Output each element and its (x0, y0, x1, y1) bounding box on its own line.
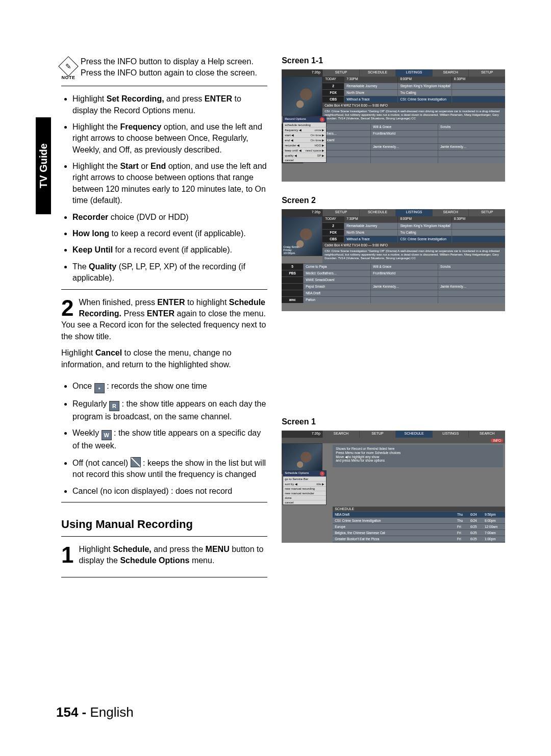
tab[interactable]: SETUP (468, 209, 505, 216)
guide-cell[interactable]: Will & Grace (370, 264, 438, 270)
guide-row[interactable]: PBSMedici: Godfathers…Frontline/World (282, 270, 505, 276)
info-icon[interactable]: i (320, 471, 324, 476)
guide-cell[interactable] (452, 90, 505, 96)
guide-cell[interactable]: NBA Draft (303, 290, 370, 296)
info-icon[interactable]: i (320, 117, 324, 122)
guide-cell[interactable]: Come to Papa (303, 264, 370, 270)
guide-row[interactable]: FOXNorth ShoreTru Calling (322, 229, 505, 236)
panel-item[interactable]: new manual reminder (283, 491, 326, 495)
guide-cell[interactable]: Will & Grace (370, 124, 438, 130)
schedule-row[interactable]: Greater Boston't Eat the PizzaFri6/251:0… (333, 536, 505, 542)
guide-cell[interactable] (438, 131, 505, 137)
guide-cell[interactable]: Stephen King's 'Kingdom Hospital' (397, 83, 451, 89)
guide-cell[interactable]: North Shore (344, 90, 397, 96)
guide-row[interactable]: CBSWithout a TraceCSI: Crime Scene Inves… (322, 96, 505, 103)
tab[interactable]: LISTINGS (432, 431, 469, 438)
panel-item[interactable]: go to Service Bar (283, 476, 326, 481)
guide-cell[interactable]: Tru Calling (397, 230, 451, 236)
tab[interactable]: SCHEDULE (359, 209, 396, 216)
guide-cell[interactable] (370, 150, 438, 157)
guide-cell[interactable]: Without a Trace (344, 96, 397, 103)
schedule-row[interactable]: EuropeFri6/2512:00am (333, 523, 505, 530)
guide-cell[interactable]: Jamie Kennedy… (438, 144, 505, 150)
guide-row[interactable]: CBSWithout a TraceCSI: Crime Scene Inves… (322, 236, 505, 242)
guide-cell[interactable]: North Shore (344, 230, 397, 236)
tab[interactable]: SEARCH (322, 431, 359, 438)
guide-cell[interactable] (452, 236, 505, 242)
guide-cell[interactable] (452, 223, 505, 229)
tab[interactable]: SETUP (359, 431, 396, 438)
panel-item[interactable]: cancel (283, 158, 326, 162)
guide-cell[interactable] (370, 297, 438, 303)
guide-cell[interactable] (370, 137, 438, 143)
panel-item[interactable]: done (283, 495, 326, 500)
panel-item[interactable]: frequency ◀once ▶ (283, 127, 326, 132)
schedule-row[interactable]: CSI: Crime Scene InvestigationThu6/248:0… (333, 517, 505, 523)
guide-cell[interactable] (452, 230, 505, 236)
guide-row[interactable]: WWE SmackDown! (282, 276, 505, 283)
guide-cell[interactable]: Jamie Kennedy… (370, 144, 438, 150)
guide-cell[interactable]: Patton (303, 297, 370, 303)
guide-cell[interactable] (438, 150, 505, 157)
guide-cell[interactable] (438, 157, 505, 163)
panel-item[interactable]: keep until ◀need space ▶ (283, 147, 326, 153)
guide-row[interactable]: 2Remarkable JourneyStephen King's 'Kingd… (322, 222, 505, 229)
guide-cell[interactable] (370, 290, 438, 296)
guide-cell[interactable] (438, 270, 505, 276)
guide-cell[interactable]: Frontline/World (370, 131, 438, 137)
tab-active[interactable]: LISTINGS (395, 209, 432, 216)
panel-item[interactable]: new manual recording (283, 486, 326, 491)
guide-row[interactable]: FOXNorth ShoreTru Calling (322, 89, 505, 96)
guide-cell[interactable]: Jamie Kennedy… (438, 284, 505, 290)
info-badge[interactable]: INFO (491, 439, 503, 442)
guide-cell[interactable]: WWE SmackDown! (303, 277, 370, 283)
guide-row[interactable]: Pepsi SmashJamie Kennedy…Jamie Kennedy… (282, 283, 505, 290)
guide-cell[interactable] (438, 137, 505, 143)
panel-item[interactable]: start ◀On time ▶ (283, 132, 326, 137)
tab-active[interactable]: SCHEDULE (395, 431, 432, 438)
guide-cell[interactable]: Frontline/World (370, 270, 438, 276)
guide-cell[interactable] (438, 297, 505, 303)
panel-item[interactable]: quality ◀SP ▶ (283, 153, 326, 158)
guide-row[interactable]: 2Remarkable JourneyStephen King's 'Kingd… (322, 83, 505, 89)
panel-item[interactable]: schedule recording (283, 122, 326, 127)
guide-cell[interactable]: Without a Trace (344, 236, 397, 242)
panel-item[interactable]: sort by ◀title ▶ (283, 481, 326, 486)
guide-cell[interactable]: Stephen King's 'Kingdom Hospital' (397, 223, 451, 229)
record-options-panel[interactable]: Record Optionsi schedule recordingfreque… (283, 116, 327, 163)
tab[interactable]: SEARCH (468, 431, 505, 438)
guide-cell[interactable] (370, 277, 438, 283)
panel-item[interactable]: end ◀On time ▶ (283, 137, 326, 142)
guide-cell[interactable]: Scrubs (438, 124, 505, 130)
schedule-row[interactable]: Belgica, the Chinese Siamese CatFri6/257… (333, 530, 505, 536)
guide-cell[interactable]: Remarkable Journey (344, 83, 397, 89)
guide-cell[interactable]: CSI: Crime Scene Investigation (397, 236, 451, 242)
schedule-row[interactable]: NBA DraftThu6/249:58pm (333, 511, 505, 517)
schedule-row[interactable]: Washington WeekFri6/258:00pm (333, 542, 505, 543)
panel-item[interactable]: recorder ◀HDD ▶ (283, 142, 326, 147)
guide-cell[interactable]: CSI: Crime Scene Investigation (397, 96, 451, 103)
tab-active[interactable]: LISTINGS (395, 69, 432, 77)
guide-cell[interactable]: Scrubs (438, 264, 505, 270)
tab[interactable]: SEARCH (432, 69, 469, 77)
guide-cell[interactable]: Tru Calling (397, 90, 451, 96)
guide-cell[interactable]: Pepsi Smash (303, 284, 370, 290)
tab[interactable]: SETUP (322, 69, 359, 77)
tab[interactable]: SCHEDULE (359, 69, 396, 77)
panel-item[interactable]: cancel (283, 500, 326, 505)
guide-row[interactable]: 5Come to PapaWill & GraceScrubs (282, 263, 505, 270)
guide-cell[interactable]: Remarkable Journey (344, 223, 397, 229)
guide-row[interactable]: amcPatton (282, 296, 505, 303)
guide-cell[interactable]: Medici: Godfathers… (303, 270, 370, 276)
guide-cell[interactable] (438, 290, 505, 296)
guide-cell[interactable] (370, 157, 438, 163)
guide-cell[interactable] (438, 277, 505, 283)
guide-cell[interactable] (452, 96, 505, 103)
tab[interactable]: SETUP (468, 69, 505, 77)
guide-cell[interactable] (452, 83, 505, 89)
guide-row[interactable]: NBA Draft (282, 290, 505, 296)
guide-cell[interactable]: Jamie Kennedy… (370, 284, 438, 290)
schedule-options-panel[interactable]: Schedule Optionsi go to Service Barsort … (283, 470, 327, 505)
tab[interactable]: SEARCH (432, 209, 469, 216)
tab[interactable]: SETUP (322, 209, 359, 216)
